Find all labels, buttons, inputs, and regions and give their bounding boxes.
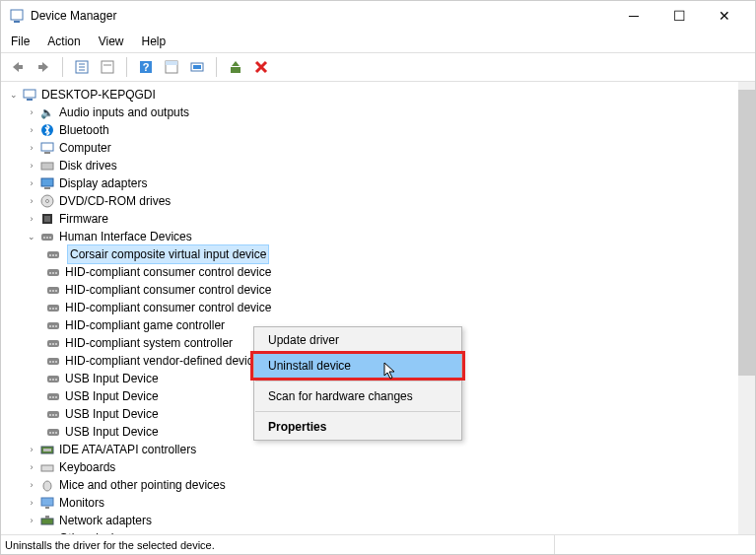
toolbar-separator [62,57,63,77]
scrollbar[interactable] [738,82,755,543]
svg-point-46 [49,308,51,310]
context-separator [255,381,460,382]
mouse-icon [39,477,55,493]
status-text: Uninstalls the driver for the selected d… [5,539,215,551]
show-hidden-button[interactable] [71,56,93,78]
svg-rect-83 [41,519,53,524]
context-uninstall-device[interactable]: Uninstall device [254,353,461,379]
tree-device[interactable]: HID-compliant consumer control device [5,281,755,299]
svg-point-74 [49,432,51,434]
device-tree[interactable]: ⌄ DESKTOP-KEPQGDI ›🔈Audio inputs and out… [1,82,755,543]
menu-help[interactable]: Help [142,35,167,48]
help-button[interactable]: ? [135,56,157,78]
maximize-button[interactable]: ☐ [656,1,702,31]
tree-category[interactable]: ›Network adapters [5,512,755,529]
svg-point-36 [55,254,57,256]
menu-view[interactable]: View [99,35,124,48]
collapse-arrow-icon[interactable]: › [25,478,38,492]
svg-point-38 [49,272,51,274]
svg-point-71 [52,414,54,416]
uninstall-button[interactable] [250,56,272,78]
tree-root[interactable]: ⌄ DESKTOP-KEPQGDI [5,86,755,104]
tree-category[interactable]: ›Keyboards [5,458,755,476]
svg-rect-21 [44,152,50,154]
close-button[interactable]: ✕ [702,1,747,31]
tree-category[interactable]: ›Mice and other pointing devices [5,476,755,494]
back-button[interactable] [7,56,29,78]
hid-device-icon [45,282,61,298]
view-button[interactable] [161,56,182,78]
collapse-arrow-icon[interactable]: › [25,105,38,119]
svg-point-64 [55,379,57,381]
tree-category[interactable]: ›Monitors [5,494,755,512]
svg-rect-3 [38,65,43,69]
properties-toolbar-button[interactable] [97,56,118,78]
tree-category[interactable]: ›Computer [5,139,755,157]
context-scan-hardware[interactable]: Scan for hardware changes [254,383,461,409]
menu-file[interactable]: File [11,35,30,48]
cd-icon [39,193,55,209]
status-separator [554,535,751,554]
tree-category[interactable]: ›Display adapters [5,174,755,192]
collapse-arrow-icon[interactable]: › [25,212,38,226]
tree-device[interactable]: HID-compliant consumer control device [5,263,755,281]
collapse-arrow-icon[interactable]: › [25,159,38,173]
svg-point-42 [49,290,51,292]
svg-rect-24 [44,187,50,189]
svg-point-50 [49,325,51,327]
svg-point-76 [55,432,57,434]
hid-icon [39,229,55,244]
svg-point-60 [55,361,57,363]
tree-category[interactable]: ›Firmware [5,210,755,228]
tree-device[interactable]: HID-compliant consumer control device [5,299,755,316]
collapse-arrow-icon[interactable]: › [25,460,38,474]
tree-category[interactable]: ›IDE ATA/ATAPI controllers [5,441,755,458]
svg-point-39 [52,272,54,274]
scrollbar-thumb[interactable] [738,90,755,376]
tree-category[interactable]: ›Bluetooth [5,121,755,139]
forward-button[interactable] [33,56,54,78]
tree-category[interactable]: ›DVD/CD-ROM drives [5,192,755,210]
tree-category-expanded[interactable]: ⌄Human Interface Devices [5,228,755,245]
svg-rect-78 [43,449,51,451]
ide-icon [39,442,55,457]
collapse-arrow-icon[interactable]: › [25,443,38,456]
svg-point-72 [55,414,57,416]
svg-rect-8 [102,61,113,73]
collapse-arrow-icon[interactable]: › [25,123,38,137]
minimize-button[interactable]: ─ [611,1,656,31]
svg-point-51 [52,325,54,327]
tree-category[interactable]: ›Disk drives [5,157,755,174]
expand-arrow-icon[interactable]: ⌄ [7,88,21,102]
collapse-arrow-icon[interactable]: › [25,176,38,190]
collapse-arrow-icon[interactable]: › [25,141,38,155]
hid-device-icon [45,406,61,422]
tree-category[interactable]: ›🔈Audio inputs and outputs [5,104,755,121]
status-bar: Uninstalls the driver for the selected d… [1,534,755,554]
svg-rect-28 [44,216,50,222]
svg-rect-1 [14,21,20,23]
context-properties[interactable]: Properties [254,414,461,440]
collapse-arrow-icon[interactable]: › [25,514,38,527]
svg-point-40 [55,272,57,274]
svg-rect-82 [45,507,49,509]
hid-device-icon [45,371,61,386]
hid-device-icon [45,246,61,262]
app-icon [9,8,25,24]
speaker-icon: 🔈 [39,104,55,120]
scan-button[interactable] [186,56,208,78]
update-driver-button[interactable] [225,56,246,78]
menu-action[interactable]: Action [47,35,80,48]
context-update-driver[interactable]: Update driver [254,327,461,353]
expand-arrow-icon[interactable]: ⌄ [25,230,38,243]
menubar: File Action View Help [1,31,755,53]
tree-device-selected[interactable]: Corsair composite virtual input device [5,245,755,263]
collapse-arrow-icon[interactable]: › [25,496,38,510]
collapse-arrow-icon[interactable]: › [25,194,38,208]
svg-rect-20 [41,143,53,151]
context-separator [255,411,460,412]
svg-rect-15 [193,65,201,69]
computer-icon [22,87,37,103]
hid-device-icon [45,388,61,404]
svg-point-35 [52,254,54,256]
